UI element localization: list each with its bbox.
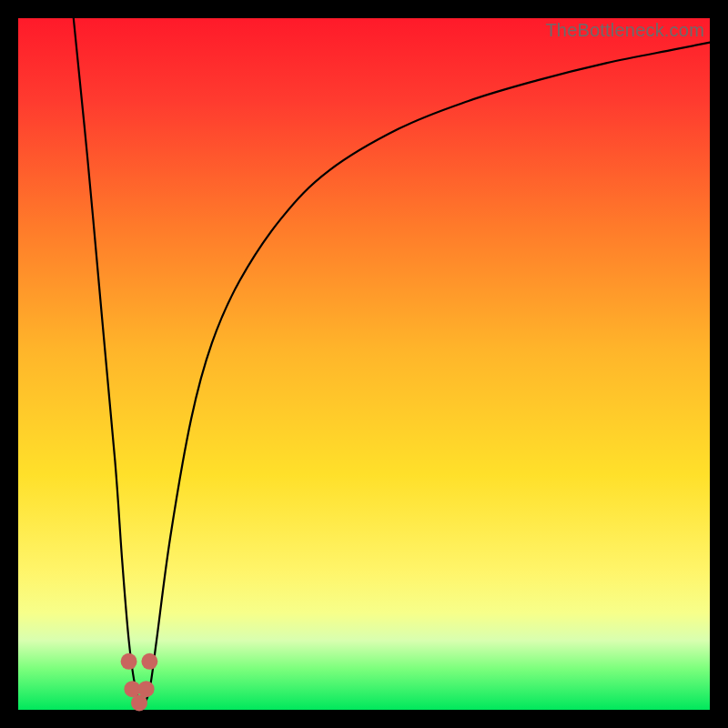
plot-area: TheBottleneck.com [18, 18, 710, 710]
bottleneck-curve [74, 18, 710, 703]
chart-frame: TheBottleneck.com [0, 0, 728, 728]
trough-markers [121, 653, 158, 712]
trough-marker [121, 653, 137, 670]
bottleneck-curve-svg [18, 18, 710, 710]
trough-marker [141, 653, 157, 670]
trough-marker [138, 681, 155, 697]
